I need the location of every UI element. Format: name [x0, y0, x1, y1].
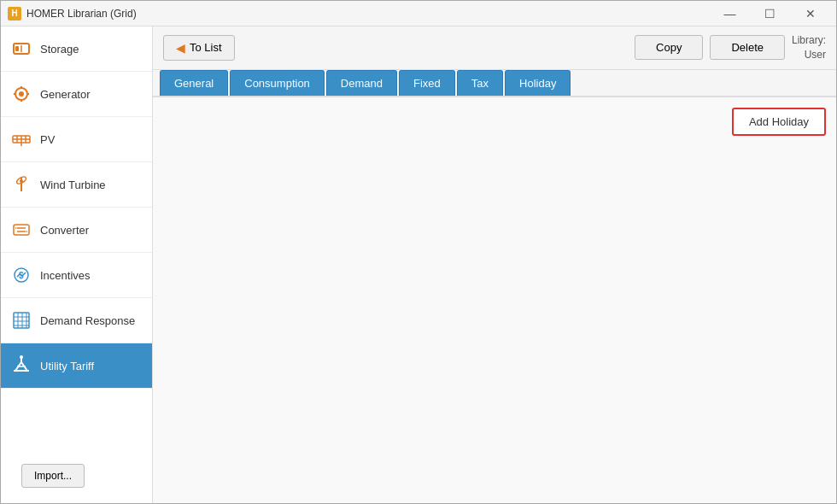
back-arrow-icon: ◀ [176, 41, 185, 55]
to-list-label: To List [190, 41, 222, 54]
to-list-button[interactable]: ◀ To List [163, 35, 235, 61]
sidebar-item-pv[interactable]: PV [1, 117, 152, 162]
toolbar-left: ◀ To List [163, 35, 235, 61]
svg-rect-18 [14, 225, 29, 235]
tab-tax[interactable]: Tax [457, 70, 503, 96]
sidebar-item-wind-turbine-label: Wind Turbine [40, 179, 106, 191]
sidebar-item-demand-response-label: Demand Response [40, 314, 135, 327]
sidebar-item-converter[interactable]: Converter [1, 208, 152, 253]
main-layout: Storage Generator [1, 26, 836, 504]
incentives-icon: $ [11, 265, 32, 285]
title-bar: H HOMER Librarian (Grid) — ☐ ✕ [1, 1, 836, 26]
sidebar-item-pv-label: PV [40, 133, 55, 146]
svg-rect-1 [15, 46, 19, 51]
sidebar-item-utility-tariff-label: Utility Tariff [40, 360, 94, 372]
demand-response-icon [11, 310, 32, 331]
tab-fixed[interactable]: Fixed [399, 70, 455, 96]
minimize-button[interactable]: — [711, 1, 749, 26]
tab-demand[interactable]: Demand [326, 70, 397, 96]
wind-turbine-icon [11, 174, 32, 195]
library-info: Library: User [792, 33, 826, 62]
generator-icon [11, 84, 32, 104]
sidebar-item-generator[interactable]: Generator [1, 72, 152, 117]
toolbar: ◀ To List Copy Delete Library: User [153, 26, 836, 70]
tab-holiday[interactable]: Holiday [505, 70, 571, 96]
svg-point-4 [19, 91, 24, 97]
content-area: ◀ To List Copy Delete Library: User Gene… [153, 26, 836, 504]
sidebar-item-wind-turbine[interactable]: Wind Turbine [1, 162, 152, 208]
title-bar-left: H HOMER Librarian (Grid) [8, 7, 137, 21]
copy-button[interactable]: Copy [635, 35, 703, 60]
delete-button[interactable]: Delete [710, 35, 785, 60]
add-holiday-button[interactable]: Add Holiday [732, 108, 826, 136]
sidebar-item-utility-tariff[interactable]: Utility Tariff [1, 343, 152, 389]
tab-general[interactable]: General [160, 70, 228, 96]
maximize-button[interactable]: ☐ [751, 1, 789, 26]
tabs-bar: General Consumption Demand Fixed Tax Hol… [153, 70, 836, 97]
sidebar-item-incentives-label: Incentives [40, 269, 91, 282]
pv-icon [11, 129, 32, 149]
import-button[interactable]: Import... [21, 464, 85, 488]
svg-point-17 [20, 179, 23, 183]
storage-icon [11, 38, 32, 59]
tab-content-holiday: Add Holiday [153, 97, 836, 504]
app-title: HOMER Librarian (Grid) [26, 8, 137, 20]
sidebar: Storage Generator [1, 26, 153, 504]
sidebar-item-converter-label: Converter [40, 224, 89, 237]
sidebar-item-incentives[interactable]: $ Incentives [1, 253, 152, 298]
close-button[interactable]: ✕ [791, 1, 829, 26]
sidebar-item-demand-response[interactable]: Demand Response [1, 298, 152, 343]
utility-tariff-icon [11, 355, 32, 376]
sidebar-item-storage[interactable]: Storage [1, 26, 152, 72]
sidebar-item-storage-label: Storage [40, 43, 79, 56]
svg-point-35 [20, 355, 23, 359]
sidebar-item-generator-label: Generator [40, 88, 91, 101]
app-icon: H [8, 7, 21, 21]
tab-consumption[interactable]: Consumption [230, 70, 325, 96]
converter-icon [11, 220, 32, 240]
toolbar-right: Copy Delete Library: User [635, 33, 826, 62]
title-controls: — ☐ ✕ [711, 1, 829, 26]
library-line1: Library: [792, 34, 826, 46]
library-line2: User [805, 49, 826, 61]
